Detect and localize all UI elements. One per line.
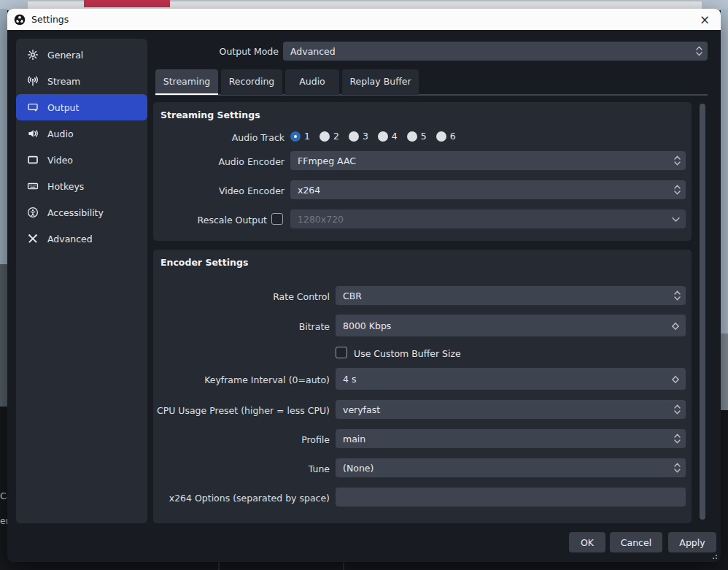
output-mode-value: Advanced	[290, 46, 336, 57]
use-custom-buffer-checkbox[interactable]	[336, 347, 347, 358]
background-divider	[343, 562, 344, 570]
streaming-settings-panel: Streaming Settings Audio Track 1 2 3 4 5…	[153, 102, 692, 241]
chevron-updown-icon[interactable]	[674, 185, 681, 195]
chevron-updown-icon[interactable]	[696, 46, 702, 56]
chevron-updown-icon[interactable]	[674, 290, 681, 301]
sidebar-item-output[interactable]: Output	[16, 94, 147, 120]
keyframe-interval-spinner[interactable]: 4 s	[336, 368, 686, 390]
output-icon	[27, 101, 39, 113]
profile-label: Profile	[153, 434, 330, 445]
audio-track-radio-6[interactable]	[436, 131, 446, 142]
audio-encoder-select[interactable]: FFmpeg AAC	[290, 151, 686, 170]
chevron-down-icon[interactable]	[672, 375, 679, 386]
desktop-background-right-mid	[721, 334, 728, 410]
chevron-down-icon[interactable]	[672, 322, 679, 333]
sidebar-item-label: Hotkeys	[47, 181, 84, 192]
x264-options-label: x264 Options (separated by space)	[153, 493, 330, 504]
chevron-updown-icon[interactable]	[674, 155, 681, 166]
audio-track-radio-1[interactable]	[290, 131, 301, 142]
sidebar-item-stream[interactable]: Stream	[16, 68, 147, 94]
chevron-updown-icon[interactable]	[674, 463, 681, 473]
background-red-bar	[84, 0, 170, 7]
obs-logo-icon	[14, 14, 26, 26]
rescale-output-checkbox[interactable]	[271, 213, 283, 225]
window-title: Settings	[31, 14, 69, 25]
speaker-icon	[27, 128, 39, 139]
background-divider	[218, 562, 220, 570]
cpu-usage-preset-select[interactable]: veryfast	[336, 400, 686, 419]
keyframe-interval-label: Keyframe Interval (0=auto)	[153, 374, 330, 385]
sidebar-item-label: Stream	[47, 76, 80, 87]
gear-icon	[27, 49, 39, 61]
apply-button[interactable]: Apply	[668, 532, 716, 552]
encoder-settings-panel: Encoder Settings Rate Control CBR Bitrat…	[153, 250, 692, 523]
audio-track-group: 1 2 3 4 5 6	[290, 131, 456, 142]
cpu-usage-preset-label: CPU Usage Preset (higher = less CPU)	[153, 405, 330, 416]
resize-grip[interactable]	[710, 552, 717, 559]
sidebar-item-label: Output	[47, 102, 79, 113]
profile-select[interactable]: main	[336, 429, 686, 448]
panel-title: Streaming Settings	[160, 109, 260, 120]
sidebar-item-general[interactable]: General	[16, 42, 147, 68]
desktop-background-left-mid	[0, 264, 7, 407]
video-encoder-select[interactable]: x264	[290, 180, 686, 199]
sidebar-item-video[interactable]: Video	[16, 147, 147, 173]
bitrate-label: Bitrate	[153, 321, 330, 332]
settings-sidebar: General Stream Output Audio	[16, 39, 147, 523]
sidebar-item-accessibility[interactable]: Accessibility	[16, 199, 147, 226]
tab-streaming[interactable]: Streaming	[155, 69, 218, 95]
desktop-background-right	[721, 9, 728, 334]
audio-track-radio-5[interactable]	[407, 131, 417, 142]
monitor-icon	[27, 154, 39, 166]
audio-encoder-label: Audio Encoder	[153, 156, 284, 167]
audio-track-radio-4[interactable]	[378, 131, 388, 142]
sidebar-item-audio[interactable]: Audio	[16, 120, 147, 147]
bitrate-spinner[interactable]: 8000 Kbps	[336, 315, 686, 336]
tab-audio[interactable]: Audio	[285, 69, 339, 95]
rate-control-label: Rate Control	[153, 291, 330, 302]
cancel-button[interactable]: Cancel	[610, 532, 662, 552]
settings-window: Settings × General Stream Out	[7, 9, 721, 562]
chevron-updown-icon[interactable]	[674, 434, 681, 444]
sidebar-item-label: Video	[47, 155, 73, 166]
rescale-output-label: Rescale Output	[153, 215, 267, 226]
tab-recording[interactable]: Recording	[221, 69, 282, 95]
scrollbar-thumb[interactable]	[700, 104, 705, 520]
close-icon[interactable]: ×	[695, 10, 714, 29]
sidebar-item-hotkeys[interactable]: Hotkeys	[16, 173, 147, 199]
x264-options-input[interactable]	[336, 488, 686, 507]
broadcast-icon	[27, 75, 39, 87]
tab-replay-buffer[interactable]: Replay Buffer	[342, 69, 419, 95]
sidebar-item-label: Advanced	[47, 234, 93, 244]
chevron-updown-icon[interactable]	[674, 404, 681, 415]
use-custom-buffer-label: Use Custom Buffer Size	[354, 348, 461, 359]
sidebar-item-label: Accessibility	[47, 207, 104, 218]
audio-track-radio-2[interactable]	[320, 131, 330, 142]
desktop-background-left	[0, 9, 7, 264]
output-mode-select[interactable]: Advanced	[283, 42, 708, 61]
tools-icon	[27, 233, 39, 244]
audio-track-label: Audio Track	[153, 132, 284, 143]
sidebar-item-label: General	[47, 50, 83, 61]
panel-title: Encoder Settings	[160, 257, 248, 268]
tune-select[interactable]: (None)	[336, 458, 686, 477]
video-encoder-label: Video Encoder	[153, 185, 284, 196]
chevron-down-icon[interactable]	[672, 214, 680, 225]
content-scrollbar[interactable]	[699, 102, 706, 523]
audio-track-radio-3[interactable]	[349, 131, 359, 142]
rate-control-select[interactable]: CBR	[336, 286, 686, 305]
tune-label: Tune	[153, 463, 330, 474]
ok-button[interactable]: OK	[569, 532, 605, 552]
keyboard-icon	[27, 180, 39, 192]
sidebar-item-label: Audio	[47, 128, 74, 139]
accessibility-icon	[27, 207, 39, 218]
rescale-output-select[interactable]: 1280x720	[290, 209, 686, 228]
title-bar[interactable]: Settings ×	[7, 9, 721, 30]
sidebar-item-advanced[interactable]: Advanced	[16, 226, 147, 252]
output-mode-label: Output Mode	[184, 46, 279, 57]
